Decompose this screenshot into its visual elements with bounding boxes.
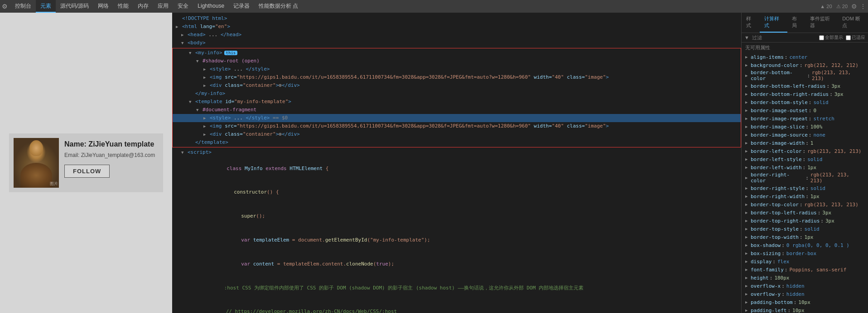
tab-console[interactable]: 控制台 xyxy=(10,0,36,13)
expand-icon[interactable]: ▶ xyxy=(745,194,751,199)
style-prop-row: ▶border-right-width: 1px xyxy=(742,192,868,200)
adapted-label[interactable]: 已适应 xyxy=(846,34,865,41)
expand-icon[interactable]: ▶ xyxy=(745,55,751,59)
tab-application[interactable]: 应用 xyxy=(153,0,173,13)
expand-icon[interactable]: ▶ xyxy=(745,267,751,272)
show-all-label[interactable]: 全部显示 xyxy=(819,34,843,41)
style-property-name: border-image-source xyxy=(751,132,808,138)
tab-recorder[interactable]: 记录器 xyxy=(229,0,254,13)
expand-icon[interactable]: ▶ xyxy=(745,227,751,231)
expand-icon[interactable]: ▶ xyxy=(745,186,751,190)
html-line: class MyInfo extends HTMLElement { xyxy=(172,156,741,180)
tab-perf-insights[interactable]: 性能数据分析 点 xyxy=(254,0,303,13)
style-property-value: center xyxy=(789,54,807,60)
expand-icon[interactable]: ▶ xyxy=(745,165,751,170)
style-property-name: overflow-y xyxy=(751,291,781,297)
expand-icon[interactable]: ▶ xyxy=(745,210,751,215)
tab-event-listeners[interactable]: 事件监听器 xyxy=(805,13,838,33)
filter-input[interactable] xyxy=(752,35,816,40)
expand-icon[interactable]: ▶ xyxy=(745,100,751,104)
expand-icon[interactable]: ▶ xyxy=(745,149,751,153)
follow-button[interactable]: FOLLOW xyxy=(64,165,110,178)
style-property-name: border-top-right-radius xyxy=(751,218,820,224)
card-name: Name: ZiJieYuan template xyxy=(64,140,159,149)
tab-dom-breakpoints[interactable]: DOM 断点 xyxy=(838,13,868,33)
show-all-checkbox[interactable] xyxy=(819,35,824,40)
style-prop-row: ▶border-top-width: 1px xyxy=(742,233,868,241)
expand-icon[interactable]: ▶ xyxy=(745,116,751,121)
expand-icon[interactable]: ▶ xyxy=(745,84,751,88)
style-property-value: 1px xyxy=(805,234,814,240)
style-property-value: hidden xyxy=(786,291,805,297)
tab-elements[interactable]: 元素 xyxy=(36,0,56,13)
tab-computed[interactable]: 计算样式 xyxy=(760,13,787,33)
styles-content[interactable]: ▶align-items: center▶background-color: r… xyxy=(742,53,868,313)
style-prop-row: ▶padding-bottom: 10px xyxy=(742,298,868,306)
tab-styles[interactable]: 样式 xyxy=(742,13,760,33)
style-property-value: hidden xyxy=(786,283,805,289)
style-property-name: border-bottom-right-radius xyxy=(751,91,829,97)
html-content[interactable]: <!DOCTYPE html> ▶ <html lang="en"> ▶ <he… xyxy=(172,13,741,313)
style-property-name: border-left-width xyxy=(751,165,802,171)
tab-performance[interactable]: 性能 xyxy=(113,0,133,13)
tab-layout[interactable]: 布局 xyxy=(787,13,805,33)
style-property-name: border-image-width xyxy=(751,140,805,146)
style-property-name: font-family xyxy=(751,267,784,273)
html-line: <!DOCTYPE html> xyxy=(172,14,741,23)
expand-icon[interactable]: ▶ xyxy=(745,259,751,264)
expand-icon[interactable]: ▶ xyxy=(745,284,751,288)
style-property-name: border-left-style xyxy=(751,156,802,162)
style-property-name: border-top-style xyxy=(751,226,799,232)
tab-memory[interactable]: 内存 xyxy=(133,0,153,13)
expand-icon[interactable]: ▶ xyxy=(745,308,751,313)
style-property-name: border-top-width xyxy=(751,234,799,240)
settings-icon[interactable]: ⚙ xyxy=(851,3,857,10)
card-image-row: 图片 Name: ZiJieYuan template Email: ZiJie… xyxy=(9,133,163,192)
expand-icon[interactable]: ▶ xyxy=(745,73,751,78)
style-prop-row: ▶border-right-color: rgb(213, 213, 213) xyxy=(742,171,868,184)
style-prop-row: ▶border-right-style: solid xyxy=(742,184,868,192)
avatar: 图片 xyxy=(14,138,59,188)
tab-lighthouse[interactable]: Lighthouse xyxy=(193,0,229,13)
filter-row: ▼ 全部显示 已适应 xyxy=(742,33,868,43)
expand-icon[interactable]: ▶ xyxy=(745,300,751,304)
expand-icon[interactable]: ▶ xyxy=(745,202,751,207)
devtools-icon[interactable]: ⚙ xyxy=(2,3,8,10)
expand-icon[interactable]: ▶ xyxy=(745,292,751,296)
expand-icon[interactable]: ▶ xyxy=(745,218,751,223)
html-line: ▶ <img src="https://gips1.baidu.com/it/u… xyxy=(173,73,741,81)
card-email: Email: ZiJieYuan_template@163.com xyxy=(64,152,159,158)
style-prop-row: ▶border-left-width: 1px xyxy=(742,163,868,171)
tab-network[interactable]: 网络 xyxy=(93,0,113,13)
style-property-value: 100% xyxy=(810,124,823,130)
expand-icon[interactable]: ▶ xyxy=(745,141,751,145)
expand-icon[interactable]: ▶ xyxy=(745,175,751,180)
adapted-checkbox[interactable] xyxy=(846,35,851,40)
expand-icon[interactable]: ▶ xyxy=(745,157,751,161)
style-property-name: overflow-x xyxy=(751,283,781,289)
more-icon[interactable]: ⋮ xyxy=(860,3,866,10)
style-property-name: display xyxy=(751,259,772,265)
tab-sources[interactable]: 源代码/源码 xyxy=(56,0,93,13)
expand-icon[interactable]: ▶ xyxy=(745,235,751,239)
expand-icon[interactable]: ▶ xyxy=(745,108,751,113)
html-line-selected: ▶ <style> ... </style> == $0 xyxy=(173,114,741,122)
html-line: ▶ <img src="https://gips1.baidu.com/it/u… xyxy=(173,122,741,130)
html-line-comment2: // https://developer.mozilla.org/zh-CN/d… xyxy=(172,300,741,313)
style-property-value: Poppins, sans-serif xyxy=(789,267,846,273)
expand-icon[interactable]: ▶ xyxy=(745,133,751,137)
expand-icon[interactable]: ▶ xyxy=(745,63,751,67)
tab-security[interactable]: 安全 xyxy=(173,0,193,13)
style-property-name: border-image-outset xyxy=(751,108,808,114)
expand-icon[interactable]: ▶ xyxy=(745,275,751,280)
style-property-value: rgb(213, 213, 213) xyxy=(812,70,864,81)
style-property-value: 1px xyxy=(807,165,816,171)
expand-icon[interactable]: ▶ xyxy=(745,243,751,247)
expand-icon[interactable]: ▶ xyxy=(745,251,751,256)
style-property-name: border-right-color xyxy=(751,172,805,184)
html-line: constructor() { xyxy=(172,180,741,204)
expand-icon[interactable]: ▶ xyxy=(745,92,751,96)
expand-icon[interactable]: ▶ xyxy=(745,124,751,129)
style-prop-row: ▶border-left-color: rgb(213, 213, 213) xyxy=(742,147,868,155)
style-prop-row: ▶border-image-slice: 100% xyxy=(742,123,868,131)
